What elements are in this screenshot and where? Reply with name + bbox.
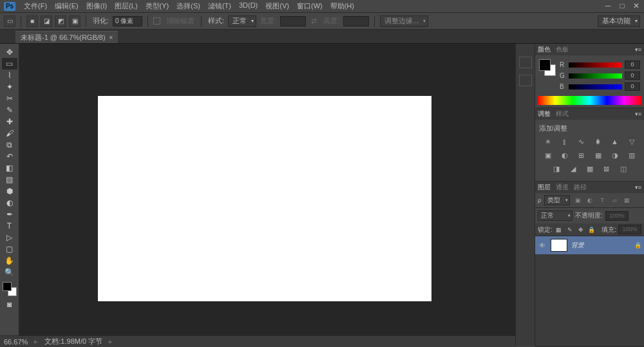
shape-tool[interactable]: ▢ (2, 243, 17, 255)
brightness-icon[interactable]: ☀ (542, 136, 554, 147)
filter-adjust-icon[interactable]: ◐ (585, 196, 594, 205)
foreground-color-swatch[interactable] (3, 282, 12, 291)
menu-layer[interactable]: 图层(L) (111, 0, 140, 12)
filter-kind-select[interactable]: 类型 (544, 195, 570, 205)
opacity-field[interactable]: 100% (605, 211, 629, 221)
menu-3d[interactable]: 3D(D) (236, 0, 261, 12)
color-spectrum[interactable] (538, 96, 641, 105)
menu-type[interactable]: 类型(Y) (142, 0, 173, 12)
b-slider[interactable] (569, 84, 622, 89)
vibrance-icon[interactable]: ▲ (609, 136, 621, 147)
layer-name[interactable]: 背景 (571, 241, 630, 250)
blend-mode-select[interactable]: 正常 (538, 211, 573, 221)
pen-tool[interactable]: ✒ (2, 209, 17, 220)
move-tool[interactable]: ✥ (2, 46, 17, 58)
r-value[interactable]: 0 (625, 61, 640, 69)
invert-icon[interactable]: ◑ (609, 150, 621, 160)
gradient-tool[interactable]: ▤ (2, 174, 17, 185)
marquee-tool-icon[interactable]: ▭ (4, 15, 15, 27)
tab-color[interactable]: 颜色 (538, 45, 551, 54)
maximize-button[interactable]: □ (617, 1, 627, 10)
tab-adjustments[interactable]: 调整 (538, 109, 551, 118)
minimize-button[interactable]: ─ (603, 1, 613, 10)
tab-styles[interactable]: 样式 (556, 109, 569, 118)
style-select[interactable]: 正常 (228, 15, 256, 27)
lock-all-icon[interactable]: 🔒 (587, 225, 596, 234)
marquee-tool[interactable]: ▭ (2, 58, 17, 70)
new-selection-icon[interactable]: ■ (26, 15, 38, 27)
channel-mixer-icon[interactable]: ⊞ (576, 150, 587, 160)
document-tab[interactable]: 未标题-1 @ 66.7%(RGB/8) × (15, 31, 118, 43)
color-lookup-icon[interactable]: ▦ (592, 150, 604, 160)
layers-panel-menu-icon[interactable]: ▾≡ (635, 184, 641, 191)
healing-tool[interactable]: ✚ (2, 116, 17, 127)
lasso-tool[interactable]: ⌇ (2, 70, 17, 81)
bw-icon[interactable]: ▣ (542, 150, 554, 160)
eyedropper-tool[interactable]: ✎ (2, 104, 17, 116)
canvas[interactable] (98, 96, 431, 301)
menu-view[interactable]: 视图(V) (262, 0, 292, 12)
lock-trans-icon[interactable]: ▦ (554, 225, 564, 234)
refine-edge-button[interactable]: 调整边缘... (380, 15, 428, 27)
dodge-tool[interactable]: ◐ (2, 197, 17, 209)
crop-tool[interactable]: ✂ (2, 93, 17, 104)
lock-paint-icon[interactable]: ✎ (565, 225, 574, 234)
color-swatches[interactable] (3, 282, 17, 296)
stamp-tool[interactable]: ⧉ (2, 139, 17, 151)
feather-input[interactable] (113, 16, 142, 26)
magic-wand-tool[interactable]: ✦ (2, 81, 17, 93)
exposure-icon[interactable]: ⧯ (592, 136, 604, 147)
history-panel-icon[interactable] (519, 57, 532, 68)
subtract-selection-icon[interactable]: ◩ (55, 15, 66, 27)
tab-layers[interactable]: 图层 (538, 183, 551, 192)
adjust-panel-menu-icon[interactable]: ▾≡ (635, 111, 641, 117)
intersect-selection-icon[interactable]: ▣ (69, 15, 80, 27)
lock-pos-icon[interactable]: ✥ (576, 225, 585, 234)
color-swatch-pair[interactable] (539, 59, 556, 76)
hue-icon[interactable]: ▽ (626, 136, 638, 147)
filter-pixel-icon[interactable]: ▣ (573, 196, 582, 205)
levels-icon[interactable]: ⫿ (559, 136, 571, 147)
menu-select[interactable]: 选择(S) (173, 0, 204, 12)
eraser-tool[interactable]: ◧ (2, 162, 17, 174)
tab-swatches[interactable]: 色板 (556, 45, 569, 54)
menu-edit[interactable]: 编辑(E) (52, 0, 82, 12)
path-select-tool[interactable]: ▷ (2, 232, 17, 243)
layer-thumbnail[interactable] (551, 239, 567, 252)
curves-icon[interactable]: ∿ (576, 136, 587, 147)
history-brush-tool[interactable]: ↶ (2, 151, 17, 162)
menu-help[interactable]: 帮助(H) (327, 0, 357, 12)
filter-type-icon[interactable]: T (598, 196, 607, 205)
tab-paths[interactable]: 路径 (574, 183, 587, 192)
g-value[interactable]: 0 (625, 71, 640, 80)
quick-mask-tool[interactable]: ◙ (2, 299, 17, 310)
zoom-tool[interactable]: 🔍 (2, 267, 17, 278)
canvas-area[interactable] (19, 44, 515, 346)
zoom-level[interactable]: 66.67% (4, 338, 28, 346)
color-panel-menu-icon[interactable]: ▾≡ (635, 46, 641, 53)
panel-fg-swatch[interactable] (539, 59, 551, 71)
adj-icon-4[interactable]: ⊠ (601, 164, 612, 174)
fill-field[interactable]: 100% (618, 225, 641, 234)
filter-smart-icon[interactable]: ▦ (622, 196, 631, 205)
selective-color-icon[interactable]: ▩ (584, 164, 596, 174)
type-tool[interactable]: T (2, 220, 17, 232)
menu-image[interactable]: 图像(I) (83, 0, 110, 12)
filter-shape-icon[interactable]: ▱ (610, 196, 619, 205)
close-button[interactable]: ✕ (631, 1, 641, 10)
properties-panel-icon[interactable] (519, 75, 532, 86)
menu-window[interactable]: 窗口(W) (294, 0, 326, 12)
threshold-icon[interactable]: ◨ (551, 164, 562, 174)
b-value[interactable]: 0 (625, 82, 640, 91)
visibility-icon[interactable]: 👁 (538, 241, 547, 250)
antialias-checkbox[interactable] (153, 17, 160, 24)
add-selection-icon[interactable]: ◪ (41, 15, 52, 27)
posterize-icon[interactable]: ▥ (626, 150, 638, 160)
blur-tool[interactable]: ⬢ (2, 185, 17, 197)
workspace-select[interactable]: 基本功能 (598, 15, 640, 27)
g-slider[interactable] (569, 73, 622, 79)
r-slider[interactable] (569, 62, 622, 68)
tab-channels[interactable]: 通道 (556, 183, 569, 192)
brush-tool[interactable]: 🖌 (2, 127, 17, 139)
gradient-map-icon[interactable]: ◢ (567, 164, 579, 174)
